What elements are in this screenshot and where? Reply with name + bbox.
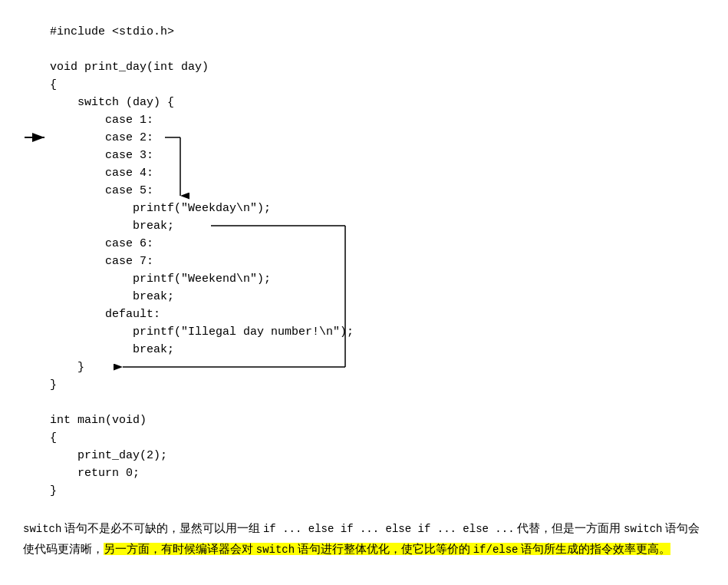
- code-line: case 1:: [50, 111, 705, 129]
- code-line: printf("Weekday\n");: [50, 200, 705, 217]
- code-line: default:: [50, 306, 705, 323]
- code-block: #include <stdio.h> void print_day(int da…: [50, 23, 705, 500]
- code-line: break;: [50, 341, 705, 359]
- code-line: printf("Illegal day number!\n");: [50, 323, 705, 341]
- code-line: case 6:: [50, 235, 705, 253]
- code-line: }: [50, 359, 705, 376]
- code-content: #include <stdio.h> void print_day(int da…: [50, 23, 705, 500]
- arrow-right-indicator: →: [33, 129, 41, 147]
- keyword-switch-1: switch: [23, 523, 61, 535]
- code-line: case 3:: [50, 147, 705, 164]
- keyword-switch-2: switch: [624, 523, 662, 535]
- description-text: switch 语句不是必不可缺的，显然可以用一组 if ... else if …: [23, 522, 700, 555]
- code-line: int main(void): [50, 411, 705, 429]
- code-line: switch (day) {: [50, 94, 705, 111]
- highlighted-text: 另一方面，有时候编译器会对 switch 语句进行整体优化，使它比等价的 if/…: [104, 543, 670, 555]
- code-line: break;: [50, 217, 705, 235]
- code-line: [50, 394, 705, 411]
- code-line: → case 2:: [50, 129, 705, 147]
- description-section: switch 语句不是必不可缺的，显然可以用一组 if ... else if …: [23, 518, 705, 559]
- code-line: return 0;: [50, 464, 705, 482]
- code-line: case 4:: [50, 164, 705, 182]
- code-line: #include <stdio.h>: [50, 23, 705, 41]
- code-line: {: [50, 76, 705, 94]
- code-line: case 5:: [50, 182, 705, 200]
- code-line: void print_day(int day): [50, 58, 705, 76]
- code-line: [50, 41, 705, 58]
- code-line: print_day(2);: [50, 447, 705, 464]
- code-line: {: [50, 429, 705, 447]
- code-line: break;: [50, 288, 705, 306]
- keyword-if: if ... else if ... else if ... else ...: [263, 523, 515, 535]
- code-line: }: [50, 482, 705, 500]
- code-line: case 7:: [50, 253, 705, 270]
- code-line: }: [50, 376, 705, 394]
- code-line: printf("Weekend\n");: [50, 270, 705, 288]
